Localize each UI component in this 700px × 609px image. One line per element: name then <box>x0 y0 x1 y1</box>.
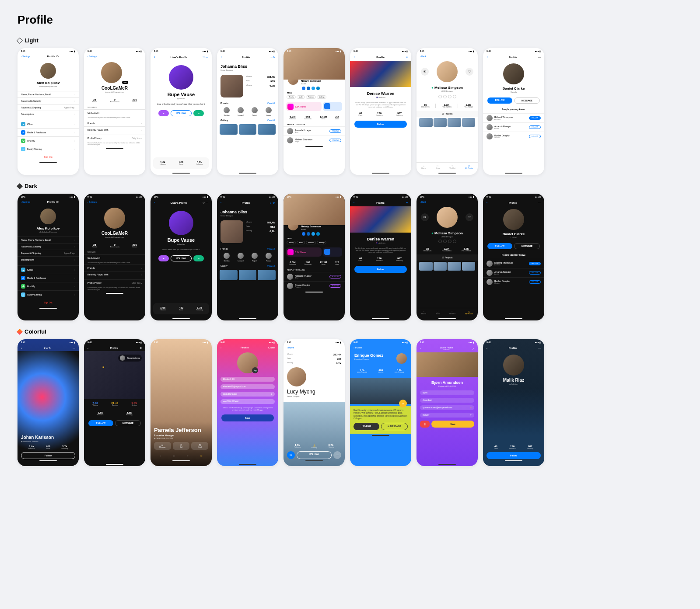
screen-profile-id: 9:41●●● ▮ ‹ SettingsProfile ID Alex Kolp… <box>18 48 79 175</box>
back-icon[interactable]: ‹ <box>154 55 155 59</box>
row-icloud[interactable]: ☁iCloud› <box>18 120 79 128</box>
back-icon[interactable]: ‹ <box>220 55 222 59</box>
back-button[interactable]: ‹ Back <box>420 55 426 58</box>
row-payment[interactable]: Payment & ShippingApple Pay › <box>18 104 79 111</box>
tab-home[interactable]: ⌂Home <box>421 165 426 169</box>
follow-button[interactable]: FOLLOW <box>529 116 541 120</box>
back-icon[interactable]: ‹ <box>354 55 355 59</box>
row-light: 9:41●●● ▮ ‹ SettingsProfile ID Alex Kolp… <box>18 48 682 175</box>
row-dark: 9:41●●● ▮‹ SettingsProfile IDAlex Kolpik… <box>18 194 682 320</box>
page-title: Profile <box>18 13 682 27</box>
delete-button[interactable]: 🗑 <box>420 421 430 428</box>
follow-button[interactable]: FOLLOW <box>529 135 541 138</box>
tab-wishlist[interactable]: ♡Wishlist <box>449 165 455 169</box>
tab-profile[interactable]: ◯My Profile <box>465 165 473 169</box>
avatar[interactable] <box>220 75 243 97</box>
back-icon[interactable]: ‹ <box>486 55 488 59</box>
screen-bupe: 9:41●●● ▮ ‹User's Profile♡ ⋯ Bupe Vause◉… <box>150 48 212 175</box>
viewall-link[interactable]: View All <box>267 102 275 104</box>
row-password[interactable]: Password & Security› <box>18 97 79 104</box>
row-media[interactable]: AMedia & Purchases› <box>18 128 79 136</box>
country-input[interactable]: United Kingdom ▾ <box>220 392 275 397</box>
message-button[interactable]: ✉ <box>193 110 204 116</box>
row-friends[interactable]: Friends› <box>84 120 145 126</box>
country-input[interactable]: Norway▾ <box>420 413 474 418</box>
follow-button[interactable]: FOLLOW <box>329 129 341 133</box>
save-button[interactable]: Save <box>431 421 474 428</box>
back-button[interactable]: ‹ Settings <box>88 55 97 58</box>
user-name: Alex Kolpikov <box>21 81 75 85</box>
tab-shop[interactable]: ⬚Shop <box>436 165 440 169</box>
firstname-input[interactable]: Bjørn <box>420 390 474 395</box>
section-dark: Dark <box>18 183 682 189</box>
follow-button[interactable]: FOLLOW <box>171 110 192 116</box>
message-button[interactable]: ✉ <box>421 68 429 76</box>
row-family[interactable]: ⌂Family Sharing› <box>18 145 79 153</box>
gear-icon[interactable]: ⚙ <box>273 56 275 59</box>
screen-nataly: 9:41●●● ▮ Nataly JamesonModel TAGS Beaut… <box>284 48 345 175</box>
row-findmy[interactable]: ⦿Find My› <box>18 136 79 145</box>
screen-johanna: 9:41●●● ▮ ‹Profile⌕ ⚙ Johanna BlissSenio… <box>217 48 278 175</box>
section-colorful: Colorful <box>18 328 682 335</box>
avatar[interactable] <box>437 61 458 82</box>
save-button[interactable]: Save <box>221 414 274 421</box>
avatar[interactable] <box>101 62 122 83</box>
row-colorful: 9:41●●● ▮‹2 of 5⋯Johan Karlsson◉ Stockho… <box>18 339 682 466</box>
screen-gamer: 9:41●●● ▮ ‹ Settings EditCooLGaMeRjohnsm… <box>84 48 145 175</box>
follow-button[interactable]: FOLLOW <box>487 97 512 104</box>
avatar[interactable] <box>169 65 193 90</box>
signout-button[interactable]: Sign Out <box>18 153 79 161</box>
like-button[interactable]: ♡ <box>466 68 473 76</box>
row-subs[interactable]: Subscriptions› <box>18 111 79 117</box>
phone-input[interactable]: +44 7700 900466 <box>220 399 275 404</box>
more-icon[interactable]: ⋯ <box>538 56 541 59</box>
follow-button[interactable]: FOLLOW <box>329 139 341 142</box>
row-name-phone[interactable]: Name, Phone Numbers, Email› <box>18 91 79 97</box>
screen-daniel: 9:41●●● ▮ ‹Profile⋯ Daniel ClarkeCanada … <box>483 48 544 175</box>
avatar[interactable] <box>503 63 524 84</box>
back-button[interactable]: ‹ Settings <box>21 55 30 58</box>
follow-button[interactable]: Follow <box>354 121 407 128</box>
email-input[interactable]: elizabeth89@mymail.com <box>220 384 275 389</box>
heart-icon[interactable]: ♡ <box>203 56 205 59</box>
section-light: Light <box>18 37 682 44</box>
screen-melissa: 9:41●●● ▮ ‹ Back ✉♡ ● Melissa SimpsonUI/… <box>416 48 478 175</box>
screen-denise: 9:41●●● ▮ ‹Profile♥ Denise Warren🇦🇺 Aust… <box>350 48 411 175</box>
follow-button[interactable]: FOLLOW <box>529 125 541 129</box>
lastname-input[interactable]: Amundsen <box>420 398 474 403</box>
row-recent[interactable]: Recently Played With› <box>84 126 145 133</box>
search-icon[interactable]: ⌕ <box>270 56 272 59</box>
more-icon[interactable]: ⋯ <box>206 56 208 59</box>
username-input[interactable]: Elizabeth_89 <box>220 377 275 382</box>
email-input[interactable]: bjornamundsen@europemail.com⚠ <box>420 405 474 410</box>
heart-icon[interactable]: ♥ <box>406 56 408 59</box>
avatar[interactable] <box>40 63 56 79</box>
message-button[interactable]: MESSAGE <box>514 97 540 104</box>
row-nickname[interactable]: CooLGaMeR <box>84 109 145 116</box>
like-button[interactable]: ♥ <box>158 110 169 116</box>
row-privacy[interactable]: Profile PrivacyOnly You › <box>84 135 145 141</box>
